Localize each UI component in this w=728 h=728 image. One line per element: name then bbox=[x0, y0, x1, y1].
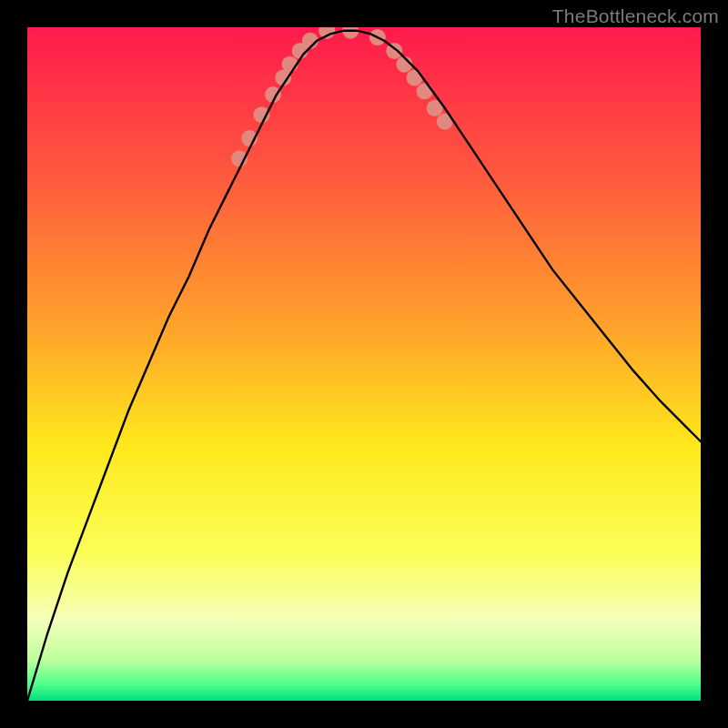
value-curve bbox=[27, 31, 701, 701]
pink-marker-group bbox=[231, 27, 453, 167]
pink-marker bbox=[417, 83, 433, 99]
pink-marker bbox=[407, 70, 423, 86]
watermark-text: TheBottleneck.com bbox=[552, 5, 719, 27]
curve-layer bbox=[27, 27, 701, 701]
chart-canvas: TheBottleneck.com bbox=[0, 0, 728, 728]
plot-area bbox=[27, 27, 701, 701]
pink-marker bbox=[342, 27, 359, 39]
